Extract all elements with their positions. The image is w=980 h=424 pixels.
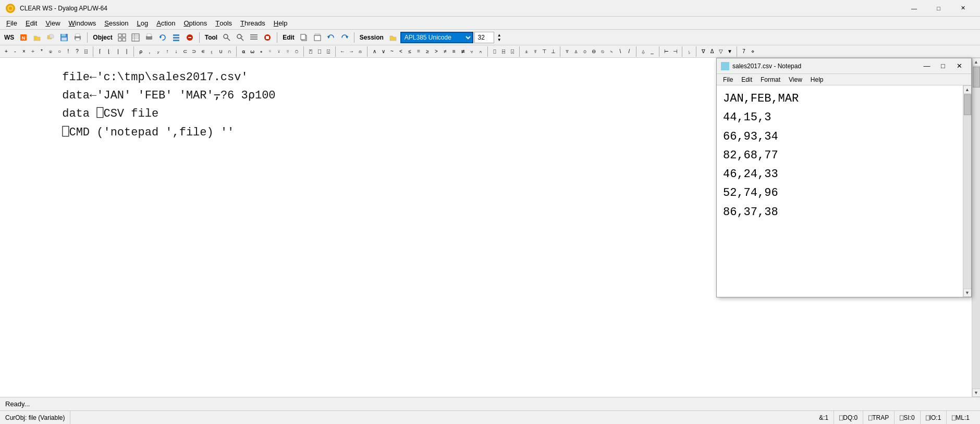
- list-button[interactable]: [248, 31, 260, 44]
- apl-sym-intersect[interactable]: ∩: [225, 46, 234, 57]
- apl-sym-circle[interactable]: ○: [55, 46, 64, 57]
- apl-sym-reduce[interactable]: /: [625, 46, 633, 57]
- scroll-thumb[interactable]: [973, 67, 980, 88]
- np-scroll-track[interactable]: [963, 94, 972, 289]
- np-scroll-down[interactable]: ▼: [963, 289, 972, 297]
- notepad-text[interactable]: JAN,FEB,MAR 44,15,3 66,93,34 82,68,77 46…: [717, 85, 963, 297]
- menu-session[interactable]: Session: [100, 17, 132, 29]
- open-button[interactable]: [31, 31, 43, 44]
- minimize-button[interactable]: —: [902, 1, 926, 16]
- apl-sym-divide[interactable]: ÷: [29, 46, 37, 57]
- apl-sym-nand[interactable]: ⍲: [476, 46, 485, 57]
- obj-print-button[interactable]: [143, 31, 155, 44]
- search2-button[interactable]: +: [234, 31, 247, 44]
- scroll-up[interactable]: ▲: [972, 58, 981, 66]
- apl-sym-encode[interactable]: ⊤: [540, 46, 548, 57]
- apl-sym-nmatch[interactable]: ≢: [459, 46, 467, 57]
- apl-sym-goto[interactable]: →: [347, 46, 356, 57]
- apl-sym-gt[interactable]: >: [432, 46, 440, 57]
- notepad-scrollbar[interactable]: ▲ ▼: [963, 85, 971, 297]
- obj-refresh-button[interactable]: [156, 31, 169, 44]
- apl-sym-disclose[interactable]: ⊃: [190, 46, 198, 57]
- np-menu-view[interactable]: View: [785, 74, 806, 85]
- menu-threads[interactable]: Threads: [236, 17, 270, 29]
- apl-sym-quad[interactable]: ⎕: [315, 46, 324, 57]
- apl-sym-stencil[interactable]: ⌺: [508, 46, 517, 57]
- apl-sym-key[interactable]: ⌸: [499, 46, 508, 57]
- apl-sym-gradedown[interactable]: ⍒: [563, 46, 571, 57]
- maximize-button[interactable]: □: [927, 1, 950, 16]
- apl-sym-jot[interactable]: ∘: [257, 46, 265, 57]
- np-scroll-up[interactable]: ▲: [963, 85, 972, 94]
- new-ws-button[interactable]: N: [17, 31, 30, 44]
- apl-sym-star[interactable]: *: [38, 46, 46, 57]
- apl-sym-minus[interactable]: -: [11, 46, 19, 57]
- apl-sym-trans[interactable]: ⍉: [598, 46, 607, 57]
- obj-stack-button[interactable]: [170, 31, 182, 44]
- menu-help[interactable]: Help: [270, 17, 292, 29]
- np-scroll-thumb[interactable]: [964, 94, 971, 115]
- apl-sym-union[interactable]: ∪: [216, 46, 225, 57]
- apl-sym-and[interactable]: ∧: [370, 46, 378, 57]
- apl-sym-not[interactable]: ~: [388, 46, 396, 57]
- np-menu-edit[interactable]: Edit: [737, 74, 756, 85]
- apl-sym-eq[interactable]: =: [414, 46, 423, 57]
- apl-sym-iota[interactable]: ⍸: [685, 46, 693, 57]
- edit-paste-button[interactable]: [311, 31, 324, 44]
- apl-sym-ceil[interactable]: ⌈: [96, 46, 104, 57]
- apl-sym-more[interactable]: ⋄: [749, 46, 757, 57]
- obj-table-button[interactable]: [129, 31, 142, 44]
- apl-sym-times[interactable]: ×: [20, 46, 28, 57]
- print-button[interactable]: [71, 31, 84, 44]
- apl-sym-comma[interactable]: ,: [145, 46, 154, 57]
- apl-sym-epsilon[interactable]: ∊: [199, 46, 207, 57]
- apl-sym-ccomma[interactable]: ⍪: [154, 46, 163, 57]
- scroll-track[interactable]: [972, 66, 981, 389]
- apl-sym-execute[interactable]: ⍎: [522, 46, 531, 57]
- apl-sym-index[interactable]: ⌷: [491, 46, 499, 57]
- apl-sym-or[interactable]: ∨: [379, 46, 387, 57]
- apl-sym-left[interactable]: ⊣: [671, 46, 679, 57]
- np-menu-file[interactable]: File: [719, 74, 737, 85]
- apl-sym-drop[interactable]: ↓: [172, 46, 180, 57]
- apl-sym-rank[interactable]: ⍤: [284, 46, 292, 57]
- apl-sym-ge[interactable]: ≥: [423, 46, 432, 57]
- apl-sym-fact[interactable]: !: [64, 46, 72, 57]
- menu-view[interactable]: View: [41, 17, 64, 29]
- apl-sym-assign[interactable]: ←: [338, 46, 347, 57]
- edit-copy-button[interactable]: [298, 31, 310, 44]
- apl-sym-flip[interactable]: ⊖: [590, 46, 598, 57]
- font-size-input[interactable]: [474, 32, 494, 43]
- menu-file[interactable]: File: [2, 17, 21, 29]
- notepad-close[interactable]: ✕: [951, 60, 967, 72]
- session-folder-button[interactable]: [387, 31, 399, 44]
- apl-sym-comment[interactable]: ⍝: [356, 46, 364, 57]
- apl-sym-roll[interactable]: ?: [73, 46, 81, 57]
- np-menu-format[interactable]: Format: [756, 74, 785, 85]
- menu-tools[interactable]: Tools: [211, 17, 236, 29]
- main-scrollbar[interactable]: ▲ ▼: [972, 58, 980, 397]
- stop-btn[interactable]: [261, 31, 274, 44]
- apl-sym-abs[interactable]: ∣: [114, 46, 122, 57]
- scroll-down[interactable]: ▼: [972, 389, 981, 397]
- apl-sym-downarrow[interactable]: ▼: [726, 46, 734, 57]
- apl-sym-over[interactable]: ⍥: [292, 46, 301, 57]
- apl-sym-domino[interactable]: ⌹: [82, 46, 90, 57]
- obj-grid-button[interactable]: [116, 31, 128, 44]
- apl-sym-right[interactable]: ⊢: [662, 46, 670, 57]
- search-button[interactable]: [220, 31, 233, 44]
- apl-sym-delta2[interactable]: ▽: [717, 46, 725, 57]
- apl-sym-le[interactable]: ≤: [406, 46, 414, 57]
- apl-sym-omega[interactable]: ⍵: [248, 46, 256, 57]
- apl-sym-alpha[interactable]: ⍺: [239, 46, 248, 57]
- apl-sym-rho[interactable]: ⍴: [137, 46, 145, 57]
- apl-sym-io[interactable]: 7: [740, 46, 748, 57]
- apl-sym-selfie[interactable]: ⍨: [266, 46, 274, 57]
- apl-sym-expand[interactable]: \: [616, 46, 624, 57]
- menu-options[interactable]: Options: [179, 17, 211, 29]
- menu-edit[interactable]: Edit: [21, 17, 41, 29]
- menu-log[interactable]: Log: [133, 17, 153, 29]
- apl-sym-find[interactable]: ⍷: [207, 46, 216, 57]
- apl-sym-power[interactable]: ⍣: [275, 46, 283, 57]
- apl-sym-rotate[interactable]: ⌽: [581, 46, 589, 57]
